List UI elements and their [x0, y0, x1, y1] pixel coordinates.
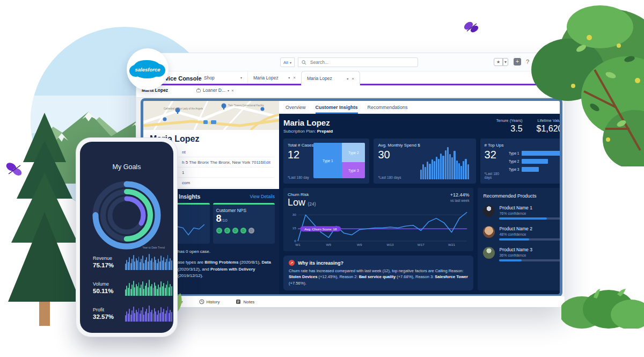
view-details-link[interactable]: View Details: [250, 194, 275, 199]
dashboard-customer-name: Maria Lopez: [283, 118, 333, 127]
product-item[interactable]: Product Name 1 76% confidence: [483, 205, 562, 220]
nav-tab-maria-lopez-active[interactable]: Maria Lopez ▾ ×: [301, 71, 360, 85]
card-footnote: *Last 180 days: [485, 172, 507, 179]
map-label: Twin Towers Correctional Facility: [228, 104, 265, 107]
customer-dashboard: Maria Lopez Subcription Plan: Prepaid Te…: [279, 114, 562, 295]
bar-label: Type 3: [506, 167, 519, 171]
stat-label: Profit: [93, 307, 114, 312]
churn-score: (24): [308, 201, 316, 207]
nps-face-icon: ☺: [232, 228, 238, 234]
star-icon[interactable]: ★: [494, 58, 503, 66]
nps-face-icon: ☺: [216, 228, 222, 234]
global-search[interactable]: [298, 57, 418, 67]
svg-text:W5: W5: [326, 243, 332, 246]
close-icon[interactable]: ×: [293, 75, 296, 80]
stat-label: Volume: [93, 281, 113, 287]
churn-risk-card[interactable]: Churn Risk Low (24) +12.44% vs last week: [283, 188, 473, 251]
stat-profit: Profit 32.57%: [87, 304, 173, 323]
monthly-spend-card[interactable]: Avg. Monthly Spend $ 30 *Last 180 days: [374, 139, 475, 184]
edit-link[interactable]: Edit: [263, 160, 270, 165]
confidence-bar: [499, 259, 561, 261]
case-type-treemap: Type 1 Type 2 Type 3: [313, 143, 365, 178]
churn-title: Churn Risk: [288, 192, 316, 197]
goals-title: My Goals: [80, 163, 173, 171]
utility-item-history[interactable]: History: [199, 299, 220, 304]
svg-text:Avg. Churn Score: 18: Avg. Churn Score: 18: [304, 227, 337, 231]
customer-insights-panel: Overview Customer Insights Recommendatio…: [279, 101, 562, 294]
churn-delta-period: vs last week: [450, 199, 470, 202]
map[interactable]: Cathedral of Our Lady of the Angels Twin…: [143, 101, 279, 130]
nav-tab-label: Shop: [204, 75, 215, 81]
search-scope-dropdown[interactable]: All ▾: [280, 57, 295, 67]
close-icon[interactable]: ×: [352, 76, 354, 81]
insight-nps-card[interactable]: Customer NPS 8/10 ☺ ☺ ☺ ☺ ☺: [213, 203, 275, 244]
bar-label: Type 1: [506, 151, 519, 155]
favorites-button[interactable]: ★ ▾: [494, 58, 508, 66]
treemap-segment: Type 1: [313, 143, 342, 178]
product-avatar: [483, 226, 495, 238]
why-title: Why its increasing?: [298, 260, 343, 266]
product-name: Product Name 3: [499, 247, 561, 252]
nav-tab-label: Maria Lopez: [307, 76, 332, 81]
volume-sparkline: [125, 280, 172, 296]
tab-recommendations[interactable]: Recommendations: [368, 101, 408, 114]
svg-text:15: 15: [292, 226, 297, 230]
stat-label: Revenue: [93, 256, 114, 261]
subtab-loaner[interactable]: Loaner D... ▾ ×: [196, 88, 234, 93]
tab-overview[interactable]: Overview: [286, 101, 306, 114]
bar-label: Type 2: [506, 159, 519, 163]
help-icon[interactable]: ?: [526, 57, 529, 67]
card-value: 30: [378, 149, 420, 161]
revenue-sparkline: [125, 254, 172, 270]
loaner-icon: [196, 88, 201, 92]
map-pin-icon: [163, 118, 167, 121]
add-button[interactable]: +: [514, 58, 521, 65]
utility-item-notes[interactable]: Notes: [236, 299, 254, 304]
card-footnote: *Last 180 day: [288, 176, 313, 179]
map-label: Cathedral of Our Lady of the Angels: [164, 107, 203, 110]
product-item[interactable]: Product Name 2 48% confidence: [483, 226, 562, 241]
stat-volume: Volume 50.11%: [87, 278, 173, 297]
svg-text:W21: W21: [448, 243, 456, 246]
tree-foliage-illustration: [530, 5, 644, 169]
svg-text:30: 30: [292, 213, 297, 216]
nps-denominator: /10: [222, 218, 228, 223]
chevron-down-icon[interactable]: ▾: [288, 76, 290, 79]
nps-value: 8: [216, 213, 222, 224]
metric-value: 3.5: [496, 124, 523, 134]
phone-screen: My Goals Year to Date Trend Revenue 75.1…: [80, 142, 173, 333]
search-input[interactable]: [309, 59, 406, 65]
churn-line-chart: 30150W1W5W9W13W17W21Avg. Churn Score: 18: [288, 208, 469, 247]
utility-label: History: [207, 300, 220, 304]
churn-level: Low: [288, 197, 305, 208]
product-name: Product Name 2: [499, 226, 561, 231]
chevron-down-icon[interactable]: ▾: [228, 89, 229, 92]
contact-field-value: h 5 The Bronx The Bronx, New York 70116: [182, 160, 263, 165]
chevron-down-icon[interactable]: ▾: [240, 76, 242, 79]
nav-tab-shop[interactable]: Shop ▾: [198, 71, 247, 84]
notes-icon: [236, 299, 241, 304]
nps-face-icon: ☺: [224, 228, 230, 234]
chevron-down-icon: ▾: [290, 61, 291, 64]
tab-customer-insights[interactable]: Customer Insights: [316, 101, 358, 114]
chevron-down-icon[interactable]: ▾: [347, 77, 348, 81]
utility-label: Notes: [243, 300, 254, 304]
close-icon[interactable]: ×: [231, 88, 234, 93]
churn-explanation-box[interactable]: ↗ Why its increasing? Churn rate has inc…: [283, 256, 473, 290]
search-scope-label: All: [283, 60, 288, 65]
search-icon: [302, 60, 306, 65]
svg-text:0: 0: [294, 239, 296, 243]
subtab-label: Loaner D...: [203, 88, 225, 93]
treemap-segment: Type 3: [342, 162, 365, 178]
product-avatar: [483, 205, 495, 217]
why-text: Churn rate has increased comepared with …: [289, 268, 468, 286]
product-item[interactable]: Product Name 3 36% confidence: [483, 247, 562, 261]
total-cases-card[interactable]: Total # Cases 12 *Last 180 day Type 1 Ty…: [283, 139, 369, 184]
plan-value: Prepaid: [317, 129, 333, 134]
phone-mockup: My Goals Year to Date Trend Revenue 75.1…: [76, 137, 178, 337]
nav-tab-maria-lopez[interactable]: Maria Lopez ▾ ×: [247, 71, 301, 84]
spend-bar-chart: [420, 147, 472, 179]
butterfly-icon: [4, 160, 25, 181]
goal-rings-chart: [86, 175, 167, 256]
chevron-down-icon[interactable]: ▾: [503, 58, 508, 66]
